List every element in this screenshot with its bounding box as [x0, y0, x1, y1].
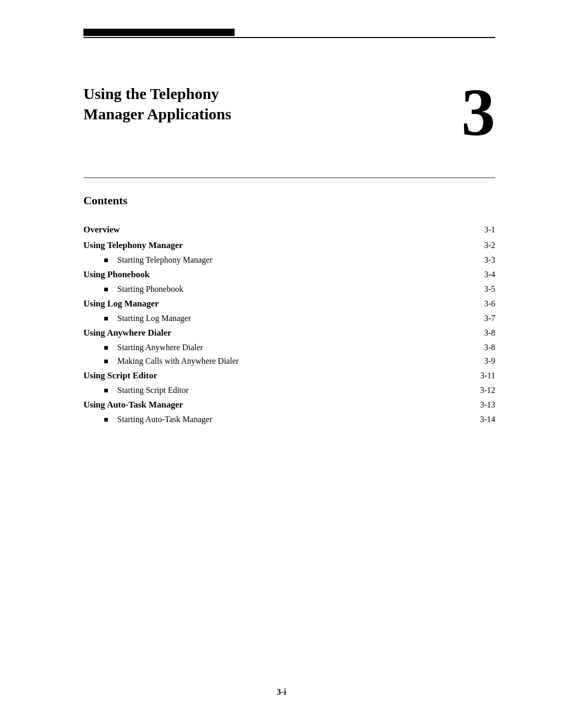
- toc-sub-label-wrap: Starting Script Editor: [104, 386, 189, 395]
- chapter-title-line1: Using the Telephony: [83, 85, 219, 102]
- toc-main-entry: Using Telephony Manager3-2: [83, 238, 495, 253]
- toc-sub-label-wrap: Starting Phonebook: [104, 285, 183, 294]
- toc-sub-page: 3-7: [484, 314, 495, 323]
- toc-main-page: 3-11: [480, 371, 495, 380]
- toc-main-page: 3-8: [484, 328, 495, 338]
- toc-main-entry: Using Script Editor3-11: [83, 368, 495, 384]
- bullet-icon: [104, 288, 108, 291]
- top-bar-thin: [83, 37, 495, 38]
- chapter-number: 3: [461, 78, 495, 146]
- toc-sub-label: Starting Telephony Manager: [117, 255, 213, 265]
- bullet-icon: [104, 317, 108, 320]
- contents-separator: [83, 177, 495, 178]
- toc-sub-entry: Starting Telephony Manager3-3: [83, 253, 495, 267]
- toc-main-label: Using Script Editor: [83, 371, 157, 381]
- toc-main-entry: Using Anywhere Dialer3-8: [83, 325, 495, 341]
- toc-main-entry: Using Log Manager3-6: [83, 296, 495, 312]
- page: Using the Telephony Manager Applications…: [0, 0, 563, 728]
- top-bar-container: [83, 29, 495, 38]
- toc-main-page: 3-1: [484, 225, 495, 235]
- toc-main-label: Overview: [83, 225, 120, 235]
- bullet-icon: [104, 389, 108, 392]
- toc-sub-label: Making Calls with Anywhere Dialer: [117, 356, 239, 366]
- toc-sub-label-wrap: Starting Telephony Manager: [104, 255, 213, 265]
- bullet-icon: [104, 258, 108, 262]
- toc-main-entry: Overview3-1: [83, 222, 495, 238]
- chapter-title-line2: Manager Applications: [83, 105, 231, 122]
- toc-main-page: 3-4: [484, 270, 495, 279]
- chapter-header: Using the Telephony Manager Applications…: [83, 83, 495, 146]
- top-bar-thick: [83, 29, 235, 36]
- toc-sub-label-wrap: Making Calls with Anywhere Dialer: [104, 356, 239, 366]
- bullet-icon: [104, 418, 108, 422]
- toc-sub-page: 3-8: [484, 343, 495, 352]
- toc-sub-entry: Making Calls with Anywhere Dialer3-9: [83, 354, 495, 368]
- toc-sub-entry: Starting Anywhere Dialer3-8: [83, 341, 495, 354]
- toc-sub-page: 3-3: [484, 255, 495, 265]
- toc-main-label: Using Phonebook: [83, 269, 150, 280]
- chapter-title: Using the Telephony Manager Applications: [83, 83, 231, 124]
- toc-main-label: Using Telephony Manager: [83, 240, 183, 251]
- toc-sub-label-wrap: Starting Anywhere Dialer: [104, 343, 203, 352]
- toc-sub-label: Starting Log Manager: [117, 314, 191, 323]
- toc-sub-label: Starting Anywhere Dialer: [117, 343, 203, 352]
- toc-main-label: Using Log Manager: [83, 299, 159, 309]
- toc-main-page: 3-6: [484, 299, 495, 309]
- toc-main-page: 3-2: [484, 241, 495, 250]
- toc-sub-page: 3-12: [480, 386, 495, 395]
- toc-sub-label: Starting Script Editor: [117, 386, 189, 395]
- toc-main-entry: Using Phonebook3-4: [83, 267, 495, 282]
- page-footer: 3-i: [0, 687, 563, 697]
- toc-sub-entry: Starting Script Editor3-12: [83, 384, 495, 397]
- bullet-icon: [104, 346, 108, 350]
- toc-main-entry: Using Auto-Task Manager3-13: [83, 397, 495, 413]
- toc-sub-entry: Starting Auto-Task Manager3-14: [83, 413, 495, 426]
- toc-sub-page: 3-9: [484, 356, 495, 366]
- toc-main-label: Using Auto-Task Manager: [83, 400, 183, 410]
- toc-main-page: 3-13: [480, 400, 495, 410]
- toc-sub-entry: Starting Phonebook3-5: [83, 282, 495, 296]
- toc-sub-entry: Starting Log Manager3-7: [83, 312, 495, 325]
- toc-sub-label-wrap: Starting Log Manager: [104, 314, 191, 323]
- footer-page-number: 3-i: [277, 687, 286, 696]
- bullet-icon: [104, 360, 108, 363]
- toc-sub-label-wrap: Starting Auto-Task Manager: [104, 415, 212, 424]
- toc-main-label: Using Anywhere Dialer: [83, 328, 172, 338]
- toc-sub-label: Starting Phonebook: [117, 285, 183, 294]
- toc-sub-page: 3-5: [484, 285, 495, 294]
- toc-sub-page: 3-14: [480, 415, 495, 424]
- toc-container: Overview3-1Using Telephony Manager3-2Sta…: [83, 222, 495, 426]
- contents-heading: Contents: [83, 194, 495, 207]
- toc-sub-label: Starting Auto-Task Manager: [117, 415, 212, 424]
